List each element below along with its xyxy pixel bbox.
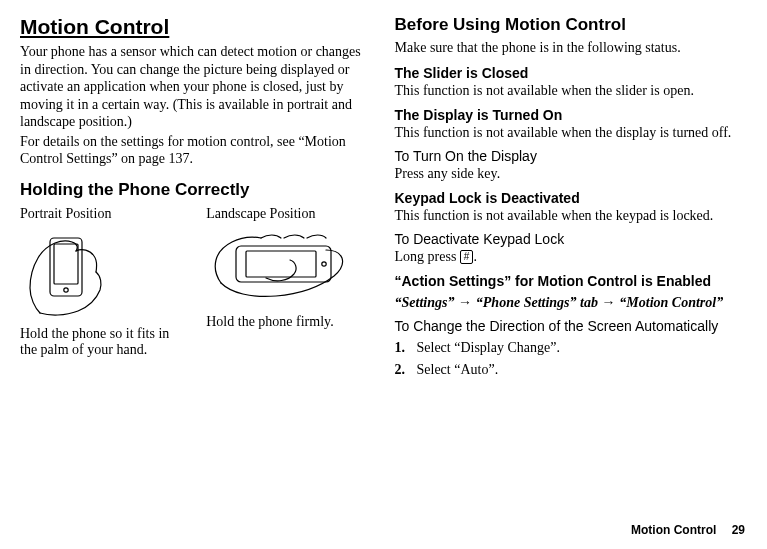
steps-list: 1. Select “Display Change”. 2. Select “A…	[395, 338, 748, 379]
step-text: Select “Display Change”.	[417, 338, 560, 358]
deactivate-suffix: .	[473, 249, 477, 264]
deactivate-heading: To Deactivate Keypad Lock	[395, 231, 748, 247]
portrait-caption: Hold the phone so it fits in the palm of…	[20, 326, 186, 360]
positions-row: Portrait Position Hold the phone so	[20, 206, 373, 360]
turn-on-heading: To Turn On the Display	[395, 148, 748, 164]
portrait-phone-illustration	[20, 228, 115, 318]
motion-control-title: Motion Control	[20, 15, 373, 39]
landscape-phone-illustration	[206, 228, 356, 306]
intro-paragraph-1: Your phone has a sensor which can detect…	[20, 43, 373, 131]
display-body: This function is not available when the …	[395, 124, 748, 142]
slider-body: This function is not available when the …	[395, 82, 748, 100]
list-item: 2. Select “Auto”.	[395, 360, 748, 380]
list-item: 1. Select “Display Change”.	[395, 338, 748, 358]
deactivate-body: Long press #.	[395, 248, 748, 266]
slider-heading: The Slider is Closed	[395, 65, 748, 81]
svg-point-5	[322, 261, 326, 265]
before-intro: Make sure that the phone is in the follo…	[395, 39, 748, 57]
settings-nav-path: “Settings” → “Phone Settings” tab → “Mot…	[395, 293, 748, 312]
step-number: 1.	[395, 338, 417, 358]
hash-key-icon: #	[460, 250, 474, 264]
holding-title: Holding the Phone Correctly	[20, 180, 373, 200]
right-column: Before Using Motion Control Make sure th…	[395, 15, 748, 381]
intro-paragraph-2: For details on the settings for motion c…	[20, 133, 373, 168]
portrait-column: Portrait Position Hold the phone so	[20, 206, 186, 360]
landscape-column: Landscape Position	[206, 206, 372, 360]
svg-point-2	[64, 287, 68, 291]
keypad-body: This function is not available when the …	[395, 207, 748, 225]
arrow-icon: →	[601, 294, 619, 310]
landscape-label: Landscape Position	[206, 206, 372, 222]
svg-rect-1	[54, 244, 78, 284]
nav-step-1: “Settings”	[395, 295, 455, 310]
turn-on-body: Press any side key.	[395, 165, 748, 183]
auto-dir-heading: To Change the Direction of the Screen Au…	[395, 318, 748, 334]
arrow-icon: →	[458, 294, 476, 310]
portrait-label: Portrait Position	[20, 206, 186, 222]
footer-section: Motion Control	[631, 523, 716, 537]
action-settings-heading: “Action Settings” for Motion Control is …	[395, 273, 748, 289]
step-text: Select “Auto”.	[417, 360, 499, 380]
deactivate-prefix: Long press	[395, 249, 460, 264]
footer-page-number: 29	[732, 523, 745, 537]
keypad-heading: Keypad Lock is Deactivated	[395, 190, 748, 206]
nav-step-3: “Motion Control”	[619, 295, 723, 310]
page-footer: Motion Control 29	[631, 523, 745, 537]
landscape-caption: Hold the phone firmly.	[206, 314, 372, 331]
left-column: Motion Control Your phone has a sensor w…	[20, 15, 373, 381]
step-number: 2.	[395, 360, 417, 380]
nav-step-2: “Phone Settings” tab	[476, 295, 598, 310]
before-title: Before Using Motion Control	[395, 15, 748, 35]
display-heading: The Display is Turned On	[395, 107, 748, 123]
svg-rect-4	[246, 251, 316, 277]
